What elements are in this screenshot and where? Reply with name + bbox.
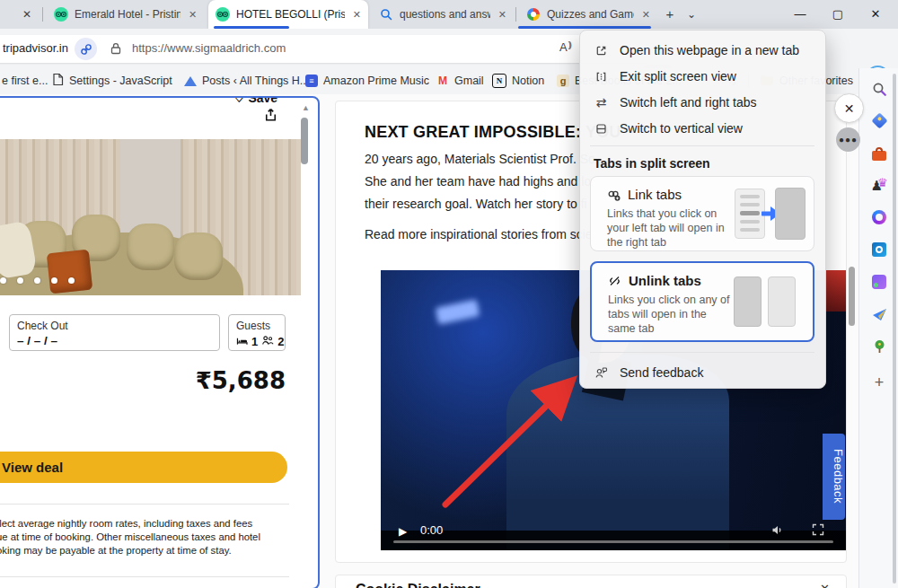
mute-icon[interactable] <box>771 523 785 540</box>
tab-quizzes-games[interactable]: Quizzes and Games - Aha ✕ <box>519 0 657 29</box>
gmail-icon: M <box>436 75 449 87</box>
new-tab-button[interactable]: + <box>663 7 677 22</box>
address-bar[interactable]: tripadvisor.in https://www.sigmaaldrich.… <box>0 35 654 63</box>
guests-label: Guests <box>236 320 277 332</box>
tab-emerald-hotel[interactable]: Emerald Hotel - Pristina - ✕ <box>47 0 205 29</box>
unlink-tabs-title: Unlink tabs <box>629 273 701 288</box>
sidebar-designer-icon[interactable] <box>870 273 888 291</box>
left-pane-scrollbar[interactable] <box>301 118 308 164</box>
link-tabs-icon <box>606 188 621 206</box>
tab-questions-answers[interactable]: questions and answers - ✕ <box>372 0 514 29</box>
fine-print: flect average nightly room rates, includ… <box>0 517 260 557</box>
favorite-item-partial[interactable]: e first e... <box>2 68 48 93</box>
view-deal-button[interactable]: View deal <box>0 452 287 483</box>
menu-item-send-feedback[interactable]: Send feedback <box>585 359 820 386</box>
sidebar-tree-icon[interactable] <box>870 338 888 355</box>
maximize-button[interactable]: ▢ <box>823 0 853 29</box>
tab-search-dropdown-icon[interactable]: ⌄ <box>684 7 699 22</box>
menu-item-vertical-view[interactable]: Switch to vertical view <box>585 115 820 142</box>
video-art <box>825 270 846 312</box>
split-pane-more-options-button[interactable]: ●●● <box>836 127 860 152</box>
sidebar-shopping-icon[interactable] <box>870 111 888 129</box>
sidebar-outlook-icon[interactable] <box>870 241 888 259</box>
favorite-item-posts[interactable]: Posts ‹ All Things H... <box>184 68 309 93</box>
minimize-button[interactable]: — <box>785 0 815 29</box>
close-tab-icon[interactable]: ✕ <box>353 9 361 21</box>
save-button[interactable]: ♡ Save <box>233 96 277 105</box>
cookie-close-icon[interactable]: ✕ <box>820 582 830 588</box>
vertical-view-icon <box>594 122 609 136</box>
link-tabs-option[interactable]: Link tabs Links that you click on your l… <box>590 176 814 251</box>
menu-divider <box>590 352 814 353</box>
page-feedback-tab[interactable]: Feedback <box>823 434 845 520</box>
sidebar-games-icon[interactable]: ♟♛ <box>870 176 888 194</box>
bed-count: 1 <box>251 335 258 348</box>
left-pane-site-label[interactable]: tripadvisor.in <box>3 41 68 55</box>
tab-divider <box>42 7 43 22</box>
sidebar-search-icon[interactable] <box>870 80 888 98</box>
price: ₹5,688 <box>196 367 286 394</box>
split-screen-menu: Open this webpage in a new tab Exit spli… <box>579 30 826 389</box>
open-new-tab-icon <box>594 44 609 57</box>
close-tab-icon[interactable]: ✕ <box>498 9 506 21</box>
window-edge-scrollbar[interactable] <box>893 74 896 584</box>
tab-title: Quizzes and Games - Aha <box>547 8 634 21</box>
link-illustration-left-panel <box>735 189 765 239</box>
divider <box>0 576 289 577</box>
unlink-tabs-description: Links you click on any of tabs will open… <box>608 293 730 336</box>
swap-arrows-icon: ⇄ <box>594 95 609 110</box>
favorite-item-gmail[interactable]: M Gmail <box>436 68 484 93</box>
sidebar-drop-icon[interactable] <box>870 305 888 323</box>
pane-scroll-up-icon[interactable]: ▲ <box>302 103 310 112</box>
video-progress-bar[interactable] <box>393 540 833 543</box>
send-feedback-icon <box>594 366 609 380</box>
share-icon[interactable] <box>262 107 279 127</box>
unlink-tabs-option[interactable]: Unlink tabs Links you click on any of ta… <box>590 261 814 342</box>
right-pane-scrollbar[interactable] <box>849 267 855 326</box>
browser-window: ✕ Emerald Hotel - Pristina - ✕ HOTEL BEG… <box>0 0 898 588</box>
checkout-value: – / – / – <box>17 334 212 347</box>
cookie-heading: Cookie Disclaimer <box>356 582 480 588</box>
page-icon <box>52 73 64 89</box>
fullscreen-icon[interactable] <box>812 523 824 540</box>
hotel-photo[interactable] <box>0 139 301 295</box>
linked-tabs-icon[interactable] <box>75 38 97 60</box>
close-tab-icon[interactable]: ✕ <box>642 9 650 21</box>
google-favicon <box>526 7 541 22</box>
read-more-text: Read more inspirational stories from sci… <box>365 227 593 241</box>
unlink-illustration-left-panel <box>734 276 762 327</box>
close-tab-icon[interactable]: ✕ <box>189 9 197 21</box>
menu-item-exit-split[interactable]: Exit split screen view <box>585 63 820 90</box>
close-split-pane-button[interactable]: ✕ <box>834 93 864 123</box>
sidebar-tools-icon[interactable] <box>870 145 888 162</box>
link-tabs-title: Link tabs <box>628 187 682 202</box>
tab-title: questions and answers - <box>400 8 490 21</box>
article-paragraph: 20 years ago, Materials Scientist Prof. … <box>365 148 600 215</box>
amazon-music-icon: ≡ <box>305 75 318 87</box>
menu-item-open-new-tab[interactable]: Open this webpage in a new tab <box>585 37 820 64</box>
tab-hotel-begolli[interactable]: HOTEL BEGOLLI (Pristina ✕ <box>208 0 368 29</box>
triangle-icon <box>184 76 197 86</box>
photo-carousel-dots[interactable] <box>0 277 75 284</box>
video-art <box>436 300 480 325</box>
favorite-item-notion[interactable]: N Notion <box>492 68 544 93</box>
link-illustration-right-panel <box>775 188 806 240</box>
favorite-item-settings[interactable]: Settings - JavaScript <box>52 68 172 93</box>
cookie-disclaimer-bar: Cookie Disclaimer ✕ <box>335 575 847 588</box>
link-tabs-description: Links that you click on your left tab wi… <box>607 206 725 250</box>
close-partial-tab-icon[interactable]: ✕ <box>20 7 34 22</box>
people-icon <box>261 335 274 348</box>
lock-icon[interactable] <box>110 42 121 58</box>
url-text[interactable]: https://www.sigmaaldrich.com <box>132 41 286 55</box>
search-favicon <box>379 7 393 22</box>
sidebar-microsoft365-icon[interactable] <box>870 208 888 226</box>
sidebar-customize-plus-icon[interactable]: + <box>870 373 888 391</box>
read-aloud-icon[interactable]: A)) <box>559 40 569 54</box>
checkout-date-field[interactable]: Check Out – / – / – <box>9 314 220 351</box>
menu-item-switch-tabs[interactable]: ⇄ Switch left and right tabs <box>585 89 820 116</box>
favorite-item-amazon-music[interactable]: ≡ Amazon Prime Music <box>305 68 429 93</box>
window-close-button[interactable]: ✕ <box>860 0 891 29</box>
guests-field[interactable]: Guests 1 2 <box>228 314 286 351</box>
play-button[interactable]: ▶ <box>399 525 407 538</box>
left-split-pane: ♡ Save ▲ Check Out – / – / – <box>0 96 320 588</box>
